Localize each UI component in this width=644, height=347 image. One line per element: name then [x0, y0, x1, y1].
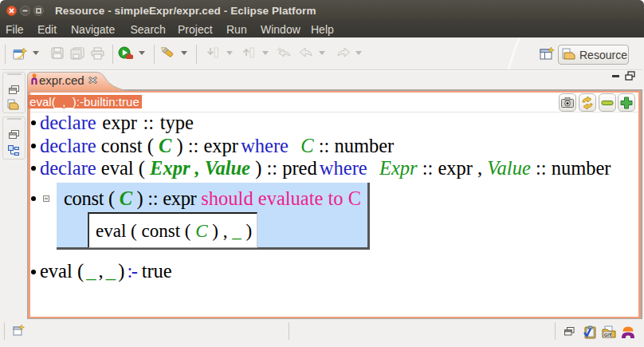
- svg-text:GIT: GIT: [604, 333, 612, 337]
